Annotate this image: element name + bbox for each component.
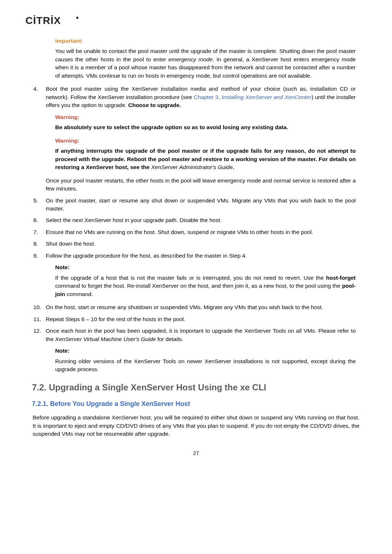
step-10-number: 10. bbox=[33, 303, 46, 311]
step-10-body: On the host, start or resume any shutdow… bbox=[46, 303, 359, 311]
warning-1-body: Be absolutely sure to select the upgrade… bbox=[55, 123, 356, 131]
note-1: Note: If the upgrade of a host that is n… bbox=[55, 263, 356, 298]
step-6-number: 6. bbox=[33, 216, 46, 224]
step-8-body: Shut down the host. bbox=[46, 240, 359, 248]
section-7-2-heading: 7.2. Upgrading a Single XenServer Host U… bbox=[32, 381, 359, 394]
important-body: You will be unable to contact the pool m… bbox=[55, 47, 356, 80]
note-1-c: command. bbox=[65, 291, 93, 297]
note-1-a: If the upgrade of a host that is not the… bbox=[55, 275, 326, 281]
step-12: 12. Once each host in the pool has been … bbox=[33, 327, 359, 343]
svg-text:CİTRİX: CİTRİX bbox=[25, 15, 61, 26]
step-4-number: 4. bbox=[33, 85, 46, 109]
step-7: 7. Ensure that no VMs are running on the… bbox=[33, 228, 359, 236]
step-12-b: for details. bbox=[156, 336, 183, 342]
step-6-body: Select the next XenServer host in your u… bbox=[46, 216, 359, 224]
step-4-bold: Choose to upgrade. bbox=[128, 102, 181, 108]
step-11-body: Repeat Steps 6 – 10 for the rest of the … bbox=[46, 315, 359, 323]
step-10: 10. On the host, start or resume any shu… bbox=[33, 303, 359, 311]
step-4-body: Boot the pool master using the XenServer… bbox=[46, 85, 359, 109]
step-5: 5. On the pool master, start or resume a… bbox=[33, 197, 359, 213]
step-11-number: 11. bbox=[33, 315, 46, 323]
step-11: 11. Repeat Steps 6 – 10 for the rest of … bbox=[33, 315, 359, 323]
step-7-body: Ensure that no VMs are running on the ho… bbox=[46, 228, 359, 236]
note-2-body: Running older versions of the XenServer … bbox=[55, 357, 356, 374]
step-12-number: 12. bbox=[33, 327, 46, 343]
step-12-body: Once each host in the pool has been upgr… bbox=[46, 327, 359, 343]
step-5-body: On the pool master, start or resume any … bbox=[46, 197, 359, 213]
section-7-2-1-body: Before upgrading a standalone XenServer … bbox=[33, 414, 359, 438]
warning-1-label: Warning: bbox=[55, 113, 356, 121]
step-9: 9. Follow the upgrade procedure for the … bbox=[33, 252, 359, 260]
warning-1: Warning: Be absolutely sure to select th… bbox=[55, 113, 356, 132]
page-number: 27 bbox=[33, 449, 359, 457]
host-forget-cmd: host-forget bbox=[326, 275, 356, 281]
citrix-logo-svg: CİTRİX bbox=[25, 15, 80, 27]
step-4-post: Once your pool master restarts, the othe… bbox=[33, 177, 359, 193]
step-6: 6. Select the next XenServer host in you… bbox=[33, 216, 359, 224]
svg-point-1 bbox=[76, 17, 78, 19]
step-12-italic: XenServer Virtual Machine User's Guide bbox=[55, 336, 156, 342]
warning-2-period: . bbox=[233, 164, 234, 170]
note-2-label: Note: bbox=[55, 347, 356, 355]
step-4-post-body: Once your pool master restarts, the othe… bbox=[46, 177, 359, 193]
installing-xenserver-link[interactable]: Installing XenServer and XenCenter bbox=[221, 94, 311, 100]
note-1-b: command to forget the host. Re-install X… bbox=[55, 283, 342, 289]
note-1-body: If the upgrade of a host that is not the… bbox=[55, 274, 356, 298]
important-label: Important: bbox=[55, 37, 356, 45]
important-callout: Important: You will be unable to contact… bbox=[55, 37, 356, 80]
warning-2-label: Warning: bbox=[55, 137, 356, 145]
citrix-logo: CİTRİX bbox=[25, 15, 359, 27]
step-8-number: 8. bbox=[33, 240, 46, 248]
note-2: Note: Running older versions of the XenS… bbox=[55, 347, 356, 373]
warning-2: Warning: If anything interrupts the upgr… bbox=[55, 137, 356, 172]
step-5-number: 5. bbox=[33, 197, 46, 213]
section-7-2-1-heading: 7.2.1. Before You Upgrade a Single XenSe… bbox=[32, 399, 359, 409]
warning-2-italic: XenServer Administrator's Guide bbox=[151, 164, 233, 170]
step-9-body: Follow the upgrade procedure for the hos… bbox=[46, 252, 359, 260]
warning-2-body: If anything interrupts the upgrade of th… bbox=[55, 147, 356, 171]
note-1-label: Note: bbox=[55, 263, 356, 271]
step-4: 4. Boot the pool master using the XenSer… bbox=[33, 85, 359, 109]
step-9-number: 9. bbox=[33, 252, 46, 260]
step-7-number: 7. bbox=[33, 228, 46, 236]
chapter-3-link[interactable]: Chapter 3, bbox=[194, 94, 222, 100]
step-8: 8. Shut down the host. bbox=[33, 240, 359, 248]
